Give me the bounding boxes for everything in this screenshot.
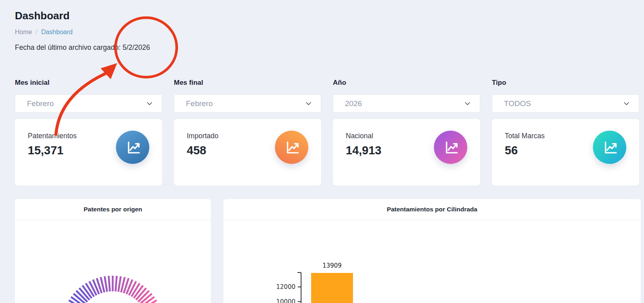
- stat-card-importado: Importado 458: [174, 119, 321, 186]
- anio-select[interactable]: 2026: [333, 94, 480, 113]
- page-title: Dashboard: [15, 10, 70, 22]
- donut-gauge-chart: 97.02%: [15, 220, 211, 303]
- trend-chart-icon: [434, 131, 467, 164]
- filter-label: Tipo: [492, 79, 639, 87]
- filter-label: Año: [333, 79, 480, 87]
- tipo-select[interactable]: TODOS: [492, 94, 639, 113]
- mes-final-select[interactable]: Febrero: [174, 94, 321, 113]
- filter-anio: Año 2026: [333, 79, 480, 113]
- mes-inicial-select[interactable]: Febrero: [15, 94, 162, 113]
- chart-title: Patentamientos por Cilindrada: [223, 199, 641, 220]
- breadcrumb-current: Dashboard: [41, 29, 72, 35]
- filter-tipo: Tipo TODOS: [492, 79, 639, 113]
- last-file-date-text: Fecha del último archivo cargado: 5/2/20…: [15, 43, 150, 52]
- chevron-down-icon: [465, 102, 470, 105]
- bar-chart: 8000100001200013909Unidades: [223, 220, 641, 303]
- stat-card-total-marcas: Total Marcas 56: [492, 119, 639, 186]
- stat-card-nacional: Nacional 14,913: [333, 119, 480, 186]
- trend-chart-icon: [593, 131, 626, 164]
- filter-mes-inicial: Mes inicial Febrero: [15, 79, 162, 113]
- filter-label: Mes final: [174, 79, 321, 87]
- svg-text:13909: 13909: [322, 262, 342, 269]
- filter-mes-final: Mes final Febrero: [174, 79, 321, 113]
- selected-value: 2026: [345, 99, 465, 108]
- svg-text:10000: 10000: [276, 298, 295, 303]
- selected-value: Febrero: [186, 99, 306, 108]
- annotation-arrow-head: [101, 63, 117, 79]
- selected-value: TODOS: [504, 99, 624, 108]
- trend-chart-icon: [116, 131, 149, 164]
- chart-card-patentamientos-por-cilindrada: Patentamientos por Cilindrada 8000100001…: [223, 199, 641, 303]
- stats-row: Patentamientos 15,371 Importado 458 Naci…: [15, 119, 640, 186]
- chart-title: Patentes por origen: [15, 199, 211, 220]
- chart-card-patentes-por-origen: Patentes por origen 97.02%: [15, 199, 211, 303]
- breadcrumb-home-link[interactable]: Home: [15, 29, 32, 35]
- chevron-down-icon: [147, 102, 152, 105]
- svg-text:12000: 12000: [276, 283, 295, 291]
- selected-value: Febrero: [27, 99, 147, 108]
- filters-row: Mes inicial Febrero Mes final Febrero Añ…: [15, 79, 640, 113]
- trend-chart-icon: [275, 131, 308, 164]
- breadcrumb: Home/Dashboard: [15, 29, 72, 36]
- chevron-down-icon: [624, 102, 629, 105]
- chevron-down-icon: [306, 102, 311, 105]
- stat-card-patentamientos: Patentamientos 15,371: [15, 119, 162, 186]
- filter-label: Mes inicial: [15, 79, 162, 87]
- breadcrumb-separator: /: [36, 29, 37, 35]
